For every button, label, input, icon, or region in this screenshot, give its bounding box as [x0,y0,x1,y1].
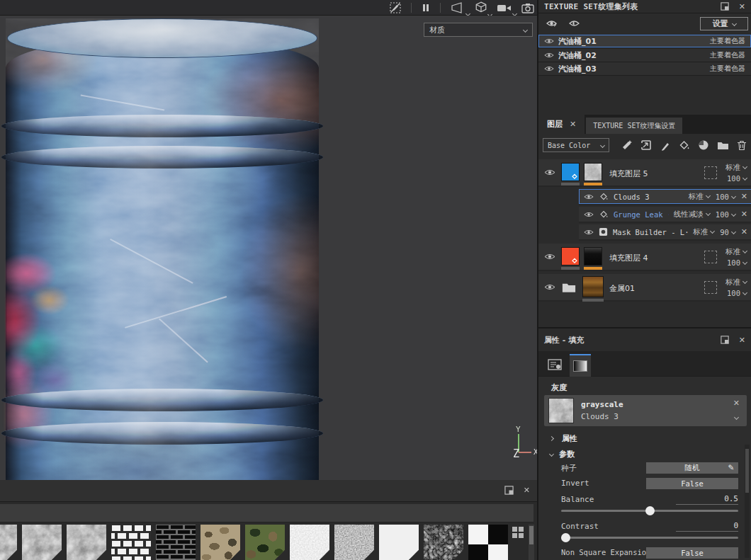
shelf-texture-thumbnail[interactable] [334,525,374,560]
settings-button[interactable]: 设置 [700,17,748,30]
remove-effect-icon[interactable]: ✕ [741,210,747,218]
effect-row-grunge-leak[interactable]: Grunge Leak ··· 线性减淡 100 ✕ [579,207,751,223]
close-icon[interactable]: ✕ [524,486,530,494]
perspective-camera-icon[interactable] [450,2,465,13]
toggle-all-visibility-icon[interactable] [546,18,558,28]
close-icon[interactable]: ✕ [570,120,576,128]
layer-row-fill-5[interactable]: 填充图层 5 标准 100 [538,159,751,187]
opacity-dropdown[interactable]: 100 [725,287,747,299]
close-icon[interactable]: ✕ [739,3,745,11]
eye-icon[interactable] [584,211,594,218]
folder-content-thumbnail[interactable] [582,276,604,297]
nse-toggle-button[interactable]: False [646,547,738,559]
parameters-group-header[interactable]: 参数 [550,449,575,459]
fill-color-swatch[interactable] [561,247,580,265]
tab-layers[interactable]: 图层 ✕ [538,115,585,134]
eye-icon[interactable] [544,52,554,59]
remove-effect-icon[interactable]: ✕ [741,193,747,200]
close-icon[interactable]: ✕ [739,336,745,344]
blend-mode-dropdown[interactable]: 标准 [689,192,710,202]
contrast-slider[interactable] [561,537,738,539]
add-effect-wand-icon[interactable] [621,139,633,151]
undock-panel-icon[interactable] [721,2,729,11]
eye-icon[interactable] [544,253,555,261]
properties-scrollbar[interactable] [745,445,750,558]
3d-viewport[interactable]: 材质 Y X Z [0,16,537,480]
layer-row-folder-metal[interactable]: 金属01 标准 100 [538,274,751,302]
shelf-texture-thumbnail[interactable] [22,525,62,560]
eye-icon[interactable] [584,229,594,236]
balance-value[interactable]: 0.5 [676,494,738,505]
blend-mode-dropdown[interactable]: 标准 [725,246,747,257]
shelf-filter-bar[interactable] [0,504,533,522]
eye-icon[interactable] [544,168,555,176]
clear-resource-icon[interactable]: ✕ [733,399,740,407]
attributes-group-header[interactable]: 属性 [550,433,577,444]
channel-dropdown[interactable]: Base Color [543,138,609,152]
blend-mode-dropdown[interactable]: 标准 [693,227,714,237]
shelf-texture-thumbnail[interactable] [67,525,106,560]
pause-icon[interactable] [421,3,431,13]
dashed-selection-icon[interactable] [704,281,717,294]
eye-icon[interactable] [544,65,554,72]
shelf-texture-thumbnail[interactable] [111,525,151,560]
folder-icon[interactable] [717,140,729,150]
chevron-down-icon[interactable] [734,415,739,420]
shelf-texture-thumbnail[interactable] [468,525,508,560]
opacity-dropdown[interactable]: 90 [720,228,735,236]
remove-effect-icon[interactable]: ✕ [741,228,747,236]
dashed-selection-icon[interactable] [704,251,717,263]
shelf-texture-thumbnail[interactable] [290,525,329,560]
camera-rotation-icon[interactable] [497,3,512,13]
mesh-display-icon[interactable] [475,1,487,14]
solo-visibility-icon[interactable] [568,18,580,28]
blend-mode-dropdown[interactable]: 标准 [725,161,747,173]
grayscale-resource-slot[interactable]: grayscale Clouds 3 ✕ [544,395,747,426]
dashed-selection-icon[interactable] [704,166,717,179]
eye-icon[interactable] [584,193,594,200]
shelf-scrollbar[interactable] [529,525,534,560]
opacity-dropdown[interactable]: 100 [716,193,735,201]
grid-view-icon[interactable] [512,527,524,538]
eye-icon[interactable] [544,283,555,291]
pencil-icon[interactable]: ✎ [728,463,734,472]
layer-row-fill-4[interactable]: 填充图层 4 标准 100 [538,244,751,271]
layer-mask-thumbnail[interactable] [584,163,602,181]
material-mode-tab[interactable] [544,354,565,377]
shelf-texture-thumbnail[interactable] [379,525,419,560]
texture-set-row[interactable]: 汽油桶_01 主要着色器 [538,35,751,48]
shelf-texture-thumbnail[interactable] [245,525,285,560]
blend-mode-dropdown[interactable]: 线性减淡 [674,210,710,219]
paint-bucket-icon[interactable] [678,140,690,151]
effect-row-clouds-3[interactable]: Clouds 3 标准 100 ✕ [579,189,751,205]
shelf-texture-thumbnail[interactable] [424,525,463,560]
balance-slider-handle[interactable] [645,506,655,515]
eye-icon[interactable] [544,38,554,45]
opacity-dropdown[interactable]: 100 [725,173,747,184]
invert-toggle-button[interactable]: False [646,478,738,489]
grayscale-mode-tab[interactable] [570,354,591,377]
trash-icon[interactable] [737,140,747,151]
effect-row-mask-builder[interactable]: Mask Builder - L··· 标准 90 ✕ [579,224,751,241]
opacity-dropdown[interactable]: 100 [725,257,747,268]
seed-random-button[interactable]: 随机 ✎ [646,462,738,474]
symmetry-off-icon[interactable] [389,1,402,14]
shelf-texture-thumbnail[interactable] [156,525,196,560]
add-fill-layer-icon[interactable] [640,139,652,151]
tab-texture-set-settings[interactable]: TEXTURE SET纹理集设置 [586,118,682,134]
smart-material-icon[interactable] [698,139,709,151]
screenshot-icon[interactable] [521,3,534,13]
balance-slider[interactable] [561,510,738,512]
opacity-dropdown[interactable]: 100 [716,210,735,219]
layer-mask-thumbnail[interactable] [584,247,602,265]
texture-set-row[interactable]: 汽油桶_03 主要着色器 [538,62,751,76]
texture-set-row[interactable]: 汽油桶_02 主要着色器 [538,49,751,62]
fill-color-swatch[interactable] [561,163,580,181]
shelf-texture-thumbnail[interactable] [201,525,240,560]
contrast-slider-handle[interactable] [561,533,570,542]
contrast-value[interactable]: 0 [676,521,738,532]
oil-barrel-model[interactable] [6,37,319,480]
viewport-display-mode-dropdown[interactable]: 材质 [424,23,533,37]
undock-panel-icon[interactable] [504,486,514,495]
blend-mode-dropdown[interactable]: 标准 [725,276,747,287]
